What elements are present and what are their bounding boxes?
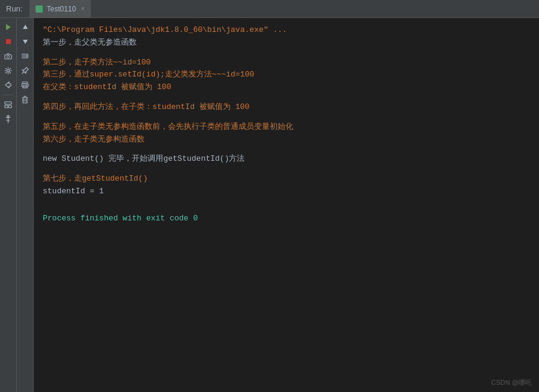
scroll-down-button[interactable] (19, 35, 32, 48)
layout-button[interactable] (2, 98, 15, 111)
spacer-1 (43, 49, 530, 57)
output-line-1: "C:\Program Files\Java\jdk1.8.0_60\bin\j… (43, 24, 530, 37)
top-bar: Run: Test0110 × (0, 0, 539, 18)
main-layout: "C:\Program Files\Java\jdk1.8.0_60\bin\j… (0, 18, 539, 392)
spacer-3 (43, 114, 530, 121)
svg-rect-1 (6, 39, 11, 44)
svg-point-4 (7, 69, 10, 72)
output-line-5: 在父类：studentId 被赋值为 100 (43, 81, 530, 94)
wrap-button[interactable] (19, 49, 32, 63)
output-panel[interactable]: "C:\Program Files\Java\jdk1.8.0_60\bin\j… (34, 18, 539, 392)
tab-label: Test0110 (46, 5, 76, 13)
camera-button[interactable] (2, 49, 15, 63)
second-toolbar (17, 18, 34, 392)
output-line-2: 第一步，走父类无参造函数 (43, 37, 530, 49)
output-line-11: studentId = 1 (43, 185, 530, 198)
svg-point-17 (26, 85, 28, 86)
output-line-9: new Student() 完毕，开始调用getStudentId()方法 (43, 153, 530, 166)
svg-marker-9 (23, 25, 28, 29)
separator (3, 95, 14, 95)
svg-rect-5 (5, 102, 11, 104)
print-button[interactable] (19, 78, 32, 92)
pin2-button[interactable] (19, 64, 32, 77)
trash-button[interactable] (19, 93, 32, 106)
pin-button[interactable] (2, 113, 15, 126)
svg-marker-10 (23, 40, 28, 44)
left-toolbar (0, 18, 17, 392)
svg-rect-6 (5, 105, 8, 108)
svg-point-3 (7, 55, 10, 58)
run-tab[interactable]: Test0110 × (30, 0, 90, 17)
output-line-10: 第七步，走getStudentId() (43, 173, 530, 185)
output-line-8: 第六步，走子类无参构造函数 (43, 134, 530, 146)
output-line-4: 第三步，通过super.setId(id);走父类发方法~~~id=100 (43, 69, 530, 81)
spacer-5 (43, 166, 530, 173)
tab-icon (36, 5, 43, 13)
watermark: CSDN @哪吒 (491, 378, 532, 387)
spacer-7 (43, 205, 530, 213)
output-line-7: 第五步，在走子类无参构造函数前，会先执行子类的普通成员变量初始化 (43, 121, 530, 134)
run-label: Run: (6, 4, 22, 13)
svg-rect-7 (8, 105, 11, 108)
output-line-process: Process finished with exit code 0 (43, 213, 530, 225)
spacer-6 (43, 198, 530, 205)
stop-button[interactable] (2, 35, 15, 48)
tab-close-button[interactable]: × (81, 5, 85, 13)
output-line-6: 第四步，再回此方法，在子类：studentId 被赋值为 100 (43, 101, 530, 114)
spacer-4 (43, 146, 530, 153)
back-button[interactable] (2, 78, 15, 92)
play-button[interactable] (2, 20, 15, 34)
scroll-up-button[interactable] (19, 20, 32, 34)
spacer-2 (43, 94, 530, 101)
svg-marker-0 (6, 24, 11, 30)
output-line-3: 第二步，走子类方法~~id=100 (43, 57, 530, 69)
settings-button[interactable] (2, 64, 15, 77)
